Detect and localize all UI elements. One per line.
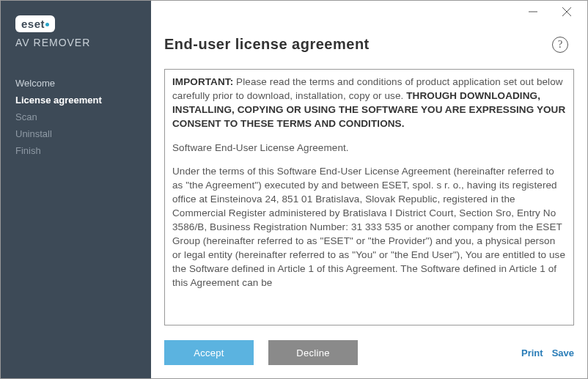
nav-item-uninstall: Uninstall <box>15 128 136 139</box>
content: IMPORTANT: Please read the terms and con… <box>151 69 587 325</box>
nav-item-license-agreement: License agreement <box>15 95 136 106</box>
nav-item-scan: Scan <box>15 111 136 122</box>
logo: eset AV REMOVER <box>15 15 136 48</box>
license-intro-label: IMPORTANT: <box>172 76 233 87</box>
logo-dot-icon <box>45 23 49 26</box>
nav: Welcome License agreement Scan Uninstall… <box>15 78 136 156</box>
close-icon <box>562 7 572 17</box>
logo-badge: eset <box>15 15 55 32</box>
accept-button[interactable]: Accept <box>164 340 254 365</box>
license-paragraph-1: IMPORTANT: Please read the terms and con… <box>172 76 566 131</box>
app-subtitle: AV REMOVER <box>15 37 136 48</box>
titlebar <box>518 1 587 23</box>
main: End-user license agreement ? IMPORTANT: … <box>151 1 587 378</box>
license-textarea[interactable]: IMPORTANT: Please read the terms and con… <box>164 69 574 325</box>
app-window: eset AV REMOVER Welcome License agreemen… <box>0 0 588 379</box>
save-link[interactable]: Save <box>552 347 574 358</box>
page-title: End-user license agreement <box>164 36 370 53</box>
license-paragraph-3: Under the terms of this Software End-Use… <box>172 165 566 290</box>
footer: Accept Decline Print Save <box>151 325 587 378</box>
help-button[interactable]: ? <box>552 37 568 53</box>
sidebar: eset AV REMOVER Welcome License agreemen… <box>1 1 151 378</box>
nav-item-finish: Finish <box>15 145 136 156</box>
minimize-icon <box>528 7 538 17</box>
footer-links: Print Save <box>521 347 574 358</box>
nav-item-welcome: Welcome <box>15 78 136 89</box>
logo-text: eset <box>21 18 45 30</box>
decline-button[interactable]: Decline <box>268 340 358 365</box>
close-button[interactable] <box>552 1 581 22</box>
license-paragraph-2: Software End-User License Agreement. <box>172 141 566 155</box>
minimize-button[interactable] <box>518 1 548 22</box>
print-link[interactable]: Print <box>521 347 543 358</box>
question-icon: ? <box>558 39 562 51</box>
